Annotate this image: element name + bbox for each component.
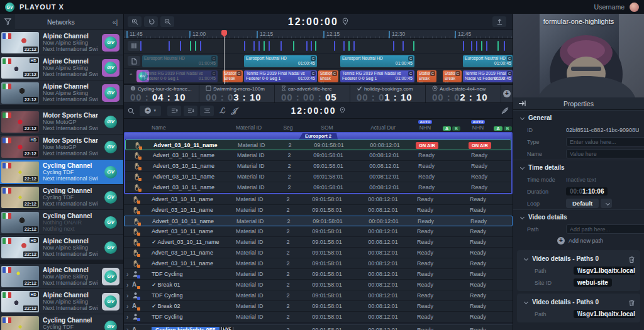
undo-button[interactable]: [144, 16, 158, 27]
secondary-event-tick[interactable]: [306, 41, 308, 51]
countdown-timer[interactable]: Swimming-mens-100m00 : 03 : 10: [199, 85, 275, 102]
secondary-event-tick[interactable]: [463, 41, 464, 51]
playlist-row[interactable]: ✓Advert_03_10_11_nameMaterial ID209:01:5…: [124, 237, 513, 248]
channel-b-badge[interactable]: B: [504, 126, 512, 131]
delete-path-button[interactable]: [628, 298, 635, 309]
script-l-icon[interactable]: ℒ: [219, 106, 225, 115]
secondary-event-tick[interactable]: [169, 41, 170, 51]
playlist-row[interactable]: ›TDF CyclingMaterial ID209:01:58:0100:08…: [124, 312, 513, 322]
secondary-event-tick[interactable]: [264, 41, 265, 51]
filter-button[interactable]: [0, 14, 15, 30]
playlist-row[interactable]: ›TDF CyclingMaterial ID209:01:58:0100:08…: [124, 269, 513, 280]
secondary-event-tick[interactable]: [195, 41, 196, 51]
card-path-value[interactable]: \\isgv1.lbqaitx.local\s...: [574, 267, 635, 275]
countdown-timer[interactable]: car-advert-title-here00 : 00 : 05: [275, 85, 350, 102]
secondary-event-tick[interactable]: [343, 41, 345, 51]
schedule-block[interactable]: Eurosport Neutral HDC01:00:45: [340, 55, 414, 67]
schedule-block[interactable]: Tennis RG 2019 Final Nadal vs Federer 0-…: [244, 70, 317, 82]
path-field[interactable]: [566, 224, 644, 234]
channel-item[interactable]: 22:12Motor Sports ChannelNow MotoGPNext …: [0, 109, 123, 134]
secondary-event-tick[interactable]: [311, 41, 312, 51]
secondary-event-tick[interactable]: [481, 41, 482, 51]
channel-item[interactable]: 22:12Cycling ChannelCycling TDFNext Inte…: [0, 185, 123, 209]
expand-chevron-icon[interactable]: ›: [126, 282, 131, 289]
expand-panel-button[interactable]: [513, 100, 526, 107]
playlist-row[interactable]: Advert_03_10_11_nameMaterial ID209:01:58…: [125, 182, 511, 193]
channel-item[interactable]: 22:12Alpine ChannelNow Alpine SkiingNext…: [0, 30, 123, 55]
playlist-row[interactable]: Advert_03_10_11_nameMaterial ID209:01:58…: [125, 140, 511, 150]
add-countdown-button[interactable]: +: [501, 85, 513, 102]
section-time-details[interactable]: Time details: [513, 160, 644, 173]
video-preview[interactable]: formular-one-highlights: [513, 14, 644, 97]
playlist-row[interactable]: ›A✓Break 02Material ID209:01:58:0100:08:…: [124, 301, 513, 312]
section-video-details[interactable]: Video details: [513, 209, 644, 223]
card-title[interactable]: Video details - Paths 0: [517, 251, 640, 265]
add-new-path-button[interactable]: +Add new path: [513, 235, 644, 248]
playout-track[interactable]: ⌃ GV Tennis RG 2019 Final Nadal vs Feder…: [124, 69, 513, 84]
schedule-block[interactable]: Station Break 01C: [417, 70, 436, 82]
channel-a-badge[interactable]: A: [494, 126, 502, 131]
column-name[interactable]: Name: [149, 124, 233, 131]
channel-a-badge[interactable]: A: [443, 126, 451, 131]
channel-item[interactable]: HD22:12Motor Sports ChannelNow MotoGPNex…: [0, 135, 123, 159]
search-icon[interactable]: [128, 107, 135, 114]
card-site-value[interactable]: webui-site: [574, 278, 612, 287]
zoom-in-button[interactable]: [128, 16, 142, 27]
secondary-event-tick[interactable]: [244, 41, 245, 51]
channel-item[interactable]: HD22:12Alpine ChannelNow Alpine SkiingNe…: [0, 55, 123, 80]
column-seg[interactable]: Seg: [277, 124, 299, 131]
secondary-event-tick[interactable]: [280, 41, 282, 51]
card-path-value[interactable]: \\isgv1.lbqaitx.local\s...: [574, 310, 635, 318]
playlist-row[interactable]: Advert_03_10_11_nameMaterial ID209:01:58…: [124, 248, 513, 258]
schedule-block[interactable]: Station Break 01C: [318, 70, 338, 82]
expand-chevron-icon[interactable]: ›: [126, 271, 131, 278]
move-down-button[interactable]: [184, 106, 197, 116]
channel-b-badge[interactable]: B: [452, 126, 460, 131]
schedule-block[interactable]: Eurosport Neutral HDC01:00:45: [463, 55, 513, 67]
countdown-timer[interactable]: Cycling-tour-de-france...00 : 04 : 10: [124, 85, 199, 102]
secondary-event-tick[interactable]: [334, 41, 335, 51]
secondary-event-tick[interactable]: [180, 41, 181, 51]
secondary-event-tick[interactable]: [353, 41, 355, 51]
channel-item[interactable]: 22:12Cycling ChannelCycling TDFNext Inte…: [0, 314, 123, 330]
secondary-event-tick[interactable]: [293, 41, 294, 51]
channel-item[interactable]: HD22:12Alpine ChannelNow Alpine SkiingNe…: [0, 289, 123, 314]
zoom-out-button[interactable]: [160, 16, 174, 27]
column-actual-dur[interactable]: Actual Dur: [355, 124, 411, 131]
type-field[interactable]: [566, 137, 644, 146]
countdown-timer[interactable]: Audi-estate-4x4-new00 : 02 : 10: [426, 85, 501, 102]
column-nhn-2[interactable]: NHN: [472, 124, 484, 131]
expand-chevron-icon[interactable]: ›: [126, 303, 131, 310]
loop-select[interactable]: Default: [566, 199, 599, 208]
column-material-id[interactable]: Material ID: [233, 124, 277, 131]
secondary-event-tick[interactable]: [200, 41, 201, 51]
secondary-event-tick[interactable]: [471, 41, 472, 51]
secondary-event-tick[interactable]: [140, 41, 142, 51]
secondary-event-tick[interactable]: [486, 41, 487, 51]
delete-path-button[interactable]: [628, 255, 635, 266]
playlist-row[interactable]: Advert_03_10_11_nameMaterial ID209:01:58…: [124, 205, 513, 216]
channel-item[interactable]: 22:12Cycling ChannelCycling TDFNext Inte…: [0, 160, 123, 184]
timeline-ruler[interactable]: 11:4512:0012:1512:1512:3012:45: [124, 30, 513, 39]
playlist-row[interactable]: Advert_03_10_11_nameMaterial ID209:01:58…: [124, 258, 513, 269]
secondary-event-tick[interactable]: [315, 41, 316, 51]
secondary-event-tick[interactable]: [476, 41, 477, 51]
schedule-block[interactable]: Eurosport Neutral HDC01:00:45: [244, 55, 317, 67]
playlist-row[interactable]: Advert_03_10_11_nameMaterial ID209:01:58…: [125, 172, 511, 182]
playlist-row[interactable]: ›TDF CyclingMaterial ID209:01:58:0100:08…: [124, 290, 513, 301]
collapse-sidebar-button[interactable]: «|: [107, 18, 123, 26]
collapse-rows-button[interactable]: [200, 106, 214, 116]
schedule-block[interactable]: Eurosport Neutral HDC01:00:45: [142, 55, 218, 67]
channel-item[interactable]: 22:12Alpine ChannelNow Alpine SkiingNext…: [0, 264, 123, 289]
channel-item[interactable]: 22:12Alpine ChannelNow Alpine SkiingNext…: [0, 80, 123, 105]
add-event-button[interactable]: + ▾: [140, 106, 161, 116]
group-header-row[interactable]: Eurosport 2: [125, 133, 511, 140]
playlist-row[interactable]: Advert_03_10_11_nameMaterial ID209:01:58…: [124, 216, 513, 226]
column-nhn-1[interactable]: NHN: [419, 124, 431, 131]
playlist-row[interactable]: ›A✓Break 01Material ID209:01:58:0100:08:…: [124, 280, 513, 290]
name-field[interactable]: [566, 149, 644, 158]
program-track[interactable]: Eurosport Neutral HDC01:00:45Eurosport N…: [124, 54, 513, 69]
section-general[interactable]: General: [513, 110, 644, 124]
move-top-button[interactable]: [167, 106, 181, 116]
channel-item[interactable]: 22:12Cycling ChannelNothing ONAIRNothing…: [0, 210, 123, 234]
